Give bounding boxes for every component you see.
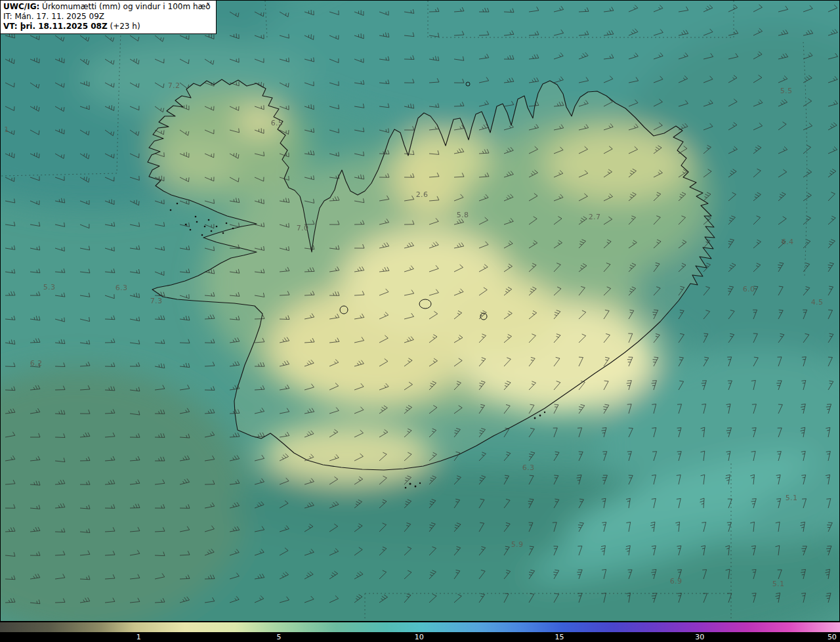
weather-map xyxy=(0,0,840,622)
weather-map-stage: 7.26.55.517.02.65.82.76.46.04.55.36.37.3… xyxy=(0,0,840,622)
colorbar-tick-label: 1 xyxy=(136,632,141,642)
init-time: IT: Mán. 17. 11. 2025 09Z xyxy=(3,12,104,21)
colorbar-tick-label: 15 xyxy=(555,632,564,642)
title-box: UWC/IG: Úrkomumætti (mm) og vindur i 100… xyxy=(0,0,217,34)
colorbar-ticks: 1510153050 xyxy=(0,632,840,642)
model-subtitle: Úrkomumætti (mm) og vindur i 100m hæð xyxy=(39,2,210,11)
valid-time: VT: þri. 18.11.2025 08Z xyxy=(3,22,108,31)
title-line-init-time: IT: Mán. 17. 11. 2025 09Z xyxy=(3,12,211,22)
colorbar-tick-label: 10 xyxy=(415,632,424,642)
colorbar-tick-label: 30 xyxy=(695,632,704,642)
colorbar-tick-label: 5 xyxy=(276,632,281,642)
title-line-valid-time: VT: þri. 18.11.2025 08Z (+23 h) xyxy=(3,22,211,32)
colorbar-tick-label: 50 xyxy=(828,632,837,642)
title-line-model: UWC/IG: Úrkomumætti (mm) og vindur i 100… xyxy=(3,2,211,12)
model-id: UWC/IG: xyxy=(3,2,39,11)
valid-time-offset: (+23 h) xyxy=(108,22,140,31)
colorbar-gradient xyxy=(0,622,840,632)
colorbar: 1510153050 xyxy=(0,622,840,642)
